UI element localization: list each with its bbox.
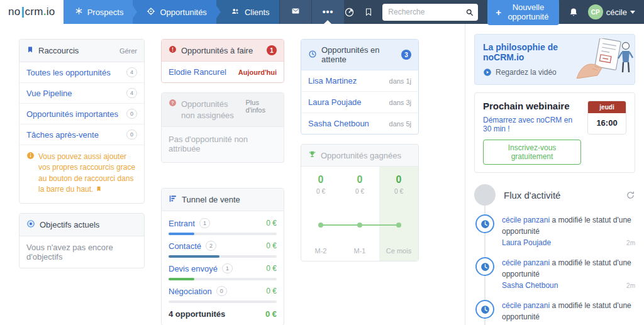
waiting-due-label: dans 3j xyxy=(389,99,411,106)
bell-icon[interactable] xyxy=(569,7,579,18)
activity-item: cécile panzani a modifié le statut d'une… xyxy=(474,257,635,291)
tab-prospects[interactable]: Prospects xyxy=(64,0,133,24)
waiting-lead-name[interactable]: Laura Poujade xyxy=(308,97,362,107)
won-header: Opportunités gagnées xyxy=(301,145,418,167)
waiting-lead-name[interactable]: Lisa Martinez xyxy=(308,76,357,85)
shortcut-all-opportunities[interactable]: Toutes les opportunités4 xyxy=(19,62,144,83)
shortcut-pipeline-view[interactable]: Vue Pipeline4 xyxy=(19,83,144,104)
activity-title: Flux d'activité xyxy=(504,190,560,201)
activity-actor[interactable]: cécile panzani xyxy=(502,216,550,224)
waiting-title: Opportunités en attente xyxy=(321,45,397,64)
activity-timestamp: 2m xyxy=(626,281,635,290)
objectives-header: Objectifs actuels xyxy=(19,214,144,236)
tab-clients[interactable]: Clients xyxy=(216,0,279,24)
tab-mailbox[interactable] xyxy=(279,0,311,24)
won-col-current-month: 0 0 € Ce mois xyxy=(379,167,418,261)
webinar-register-button[interactable]: Inscrivez-vous gratuitement xyxy=(483,140,581,165)
new-opportunity-label: Nouvelle opportunité xyxy=(506,3,551,21)
waiting-row[interactable]: Lisa Martinezdans 1j xyxy=(301,70,418,92)
funnel-step-label[interactable]: Négociation xyxy=(169,287,212,296)
funnel-bar-track xyxy=(169,300,277,303)
activity-feed: Flux d'activité cécile panzani a modifié… xyxy=(474,184,635,325)
waiting-row[interactable]: Sasha Chetboundans 5j xyxy=(301,113,418,134)
won-amount: 0 € xyxy=(394,188,403,195)
search-icon[interactable] xyxy=(465,8,474,16)
nocrm-logo[interactable]: nocrm.io xyxy=(0,0,64,24)
column-middle: Opportunités à faire 1 Elodie Rancurel A… xyxy=(161,39,284,325)
shortcut-after-sales-tasks[interactable]: Tâches après-vente0 xyxy=(19,124,144,145)
chevron-down-icon xyxy=(630,11,635,14)
todo-card: Opportunités à faire 1 Elodie Rancurel A… xyxy=(161,39,284,83)
activity-subject[interactable]: Lisa Martinez xyxy=(502,322,547,325)
won-chart-point xyxy=(396,223,401,228)
funnel-card: Tunnel de vente Entrant10 € Contacté20 €… xyxy=(161,188,284,325)
funnel-step-label[interactable]: Contacté xyxy=(169,241,201,251)
shortcut-important-opportunities[interactable]: Opportunités importantes0 xyxy=(19,104,144,124)
info-icon xyxy=(26,151,35,196)
question-circle-icon: ? xyxy=(169,99,177,109)
waiting-row[interactable]: Laura Poujadedans 3j xyxy=(301,92,418,113)
philosophy-banner[interactable]: La philosophie de noCRM.io Regardez la v… xyxy=(474,34,635,85)
todo-row[interactable]: Elodie Rancurel Aujourd'hui xyxy=(162,62,284,82)
todo-title: Opportunités à faire xyxy=(181,46,253,55)
activity-header: Flux d'activité xyxy=(474,184,635,206)
won-col-m2: 0 0 € M-2 xyxy=(301,167,340,261)
activity-subject[interactable]: Laura Poujade xyxy=(502,237,551,248)
count-badge: 1 xyxy=(222,263,233,273)
search-box xyxy=(382,4,478,21)
target-icon xyxy=(147,7,155,18)
logo-cursor-bar xyxy=(22,7,24,18)
activity-subject[interactable]: Sasha Chetboun xyxy=(502,280,558,291)
tab-more-current[interactable]: ••• xyxy=(311,0,345,24)
todo-lead-name[interactable]: Elodie Rancurel xyxy=(169,67,226,77)
column-right: Opportunités en attente 3 Lisa Martinezd… xyxy=(301,39,419,325)
waiting-card: Opportunités en attente 3 Lisa Martinezd… xyxy=(301,39,419,135)
won-card: Opportunités gagnées 0 0 € M-2 0 0 € M-1… xyxy=(301,144,419,262)
refresh-icon[interactable] xyxy=(626,190,635,200)
bookmark-small-icon xyxy=(96,185,102,192)
waiting-lead-name[interactable]: Sasha Chetboun xyxy=(308,119,369,128)
user-menu[interactable]: CP cécile xyxy=(588,4,635,19)
watch-video-link[interactable]: Regardez la vidéo xyxy=(483,68,575,77)
new-opportunity-button[interactable]: + Nouvelle opportunité xyxy=(487,0,558,25)
shortcuts-card: Raccourcis Gérer Toutes les opportunités… xyxy=(19,39,145,204)
svg-text:?: ? xyxy=(171,101,174,105)
unassigned-title: Opportunités non assignées xyxy=(181,99,242,121)
tab-opportunites-label: Opportunités xyxy=(160,8,206,17)
won-title: Opportunités gagnées xyxy=(321,151,401,160)
unassigned-more-link[interactable]: Plus d'infos xyxy=(246,99,277,114)
won-amount: 0 € xyxy=(355,188,364,195)
won-chart-point xyxy=(318,223,323,228)
logo-text-crm: crm xyxy=(25,6,43,18)
funnel-step-label[interactable]: Entrant xyxy=(169,219,195,228)
user-name: cécile xyxy=(606,8,627,17)
activity-actor[interactable]: cécile panzani xyxy=(502,301,550,310)
webinar-date-widget: jeudi 16:00 xyxy=(587,101,626,135)
funnel-header: Tunnel de vente xyxy=(162,189,284,211)
todo-count-badge: 1 xyxy=(267,45,277,55)
bookmark-icon[interactable] xyxy=(364,7,373,17)
webinar-card: Prochain webinaire Démarrez avec noCRM e… xyxy=(474,92,635,173)
won-category-label: M-1 xyxy=(354,247,366,255)
objectives-title: Objectifs actuels xyxy=(40,220,99,229)
activity-actor[interactable]: cécile panzani xyxy=(502,258,550,267)
shortcuts-manage-link[interactable]: Gérer xyxy=(119,47,137,55)
tab-clients-label: Clients xyxy=(245,8,270,17)
objectives-empty-text: Vous n'avez pas encore d'objectifs xyxy=(19,236,144,268)
target-dot-icon xyxy=(26,219,35,230)
funnel-steps: Entrant10 € Contacté20 € Devis envoyé10 … xyxy=(162,211,284,303)
funnel-step: Négociation00 € xyxy=(169,280,277,303)
funnel-step-label[interactable]: Devis envoyé xyxy=(169,264,218,273)
activity-timestamp: 2m xyxy=(626,238,635,248)
goals-compass-icon[interactable] xyxy=(344,7,355,18)
funnel-step-amount: 0 € xyxy=(266,219,277,228)
unassigned-card: ? Opportunités non assignées Plus d'info… xyxy=(161,92,284,163)
philosophy-illustration xyxy=(575,38,633,79)
main-content: Raccourcis Gérer Toutes les opportunités… xyxy=(0,24,465,325)
funnel-bar-track xyxy=(169,255,277,258)
activity-item: cécile panzani a modifié le statut d'une… xyxy=(474,214,635,248)
tab-opportunites[interactable]: Opportunités xyxy=(133,0,216,24)
won-count: 0 xyxy=(318,174,324,185)
search-input[interactable] xyxy=(382,4,478,21)
won-amount: 0 € xyxy=(316,188,325,195)
